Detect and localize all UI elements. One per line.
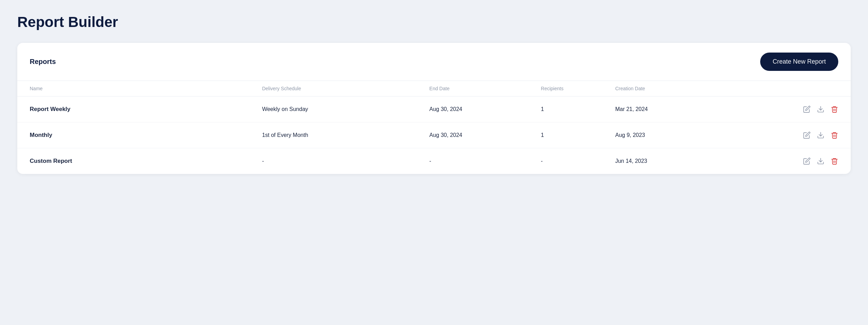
row-1-recipients: 1: [541, 132, 615, 138]
reports-table: Name Delivery Schedule End Date Recipien…: [17, 81, 851, 174]
row-2-actions: [745, 157, 838, 165]
download-icon[interactable]: [817, 131, 824, 139]
page-title: Report Builder: [17, 14, 851, 30]
delete-icon[interactable]: [831, 131, 838, 139]
card-header: Reports Create New Report: [17, 43, 851, 81]
col-header-delivery: Delivery Schedule: [262, 86, 429, 91]
delete-icon[interactable]: [831, 105, 838, 113]
col-header-name: Name: [30, 86, 262, 91]
row-2-creation: Jun 14, 2023: [615, 158, 745, 164]
table-row: Report Weekly Weekly on Sunday Aug 30, 2…: [17, 96, 851, 122]
delete-icon[interactable]: [831, 157, 838, 165]
row-0-creation: Mar 21, 2024: [615, 106, 745, 112]
row-0-enddate: Aug 30, 2024: [430, 106, 541, 112]
row-0-delivery: Weekly on Sunday: [262, 106, 429, 112]
row-1-creation: Aug 9, 2023: [615, 132, 745, 138]
download-icon[interactable]: [817, 157, 824, 165]
table-row: Monthly 1st of Every Month Aug 30, 2024 …: [17, 122, 851, 148]
col-header-enddate: End Date: [430, 86, 541, 91]
row-2-recipients: -: [541, 158, 615, 164]
col-header-recipients: Recipients: [541, 86, 615, 91]
table-header: Name Delivery Schedule End Date Recipien…: [17, 81, 851, 96]
row-2-name: Custom Report: [30, 158, 262, 165]
download-icon[interactable]: [817, 105, 824, 113]
create-new-report-button[interactable]: Create New Report: [760, 53, 838, 71]
row-2-delivery: -: [262, 158, 429, 164]
edit-icon[interactable]: [803, 157, 811, 165]
row-1-delivery: 1st of Every Month: [262, 132, 429, 138]
table-row: Custom Report - - - Jun 14, 2023: [17, 148, 851, 174]
card-title: Reports: [30, 58, 56, 66]
row-1-name: Monthly: [30, 132, 262, 139]
col-header-actions: [745, 86, 838, 91]
row-0-actions: [745, 105, 838, 113]
reports-card: Reports Create New Report Name Delivery …: [17, 43, 851, 174]
row-2-enddate: -: [430, 158, 541, 164]
col-header-creation: Creation Date: [615, 86, 745, 91]
edit-icon[interactable]: [803, 131, 811, 139]
row-1-actions: [745, 131, 838, 139]
row-0-name: Report Weekly: [30, 106, 262, 113]
row-0-recipients: 1: [541, 106, 615, 112]
edit-icon[interactable]: [803, 105, 811, 113]
row-1-enddate: Aug 30, 2024: [430, 132, 541, 138]
